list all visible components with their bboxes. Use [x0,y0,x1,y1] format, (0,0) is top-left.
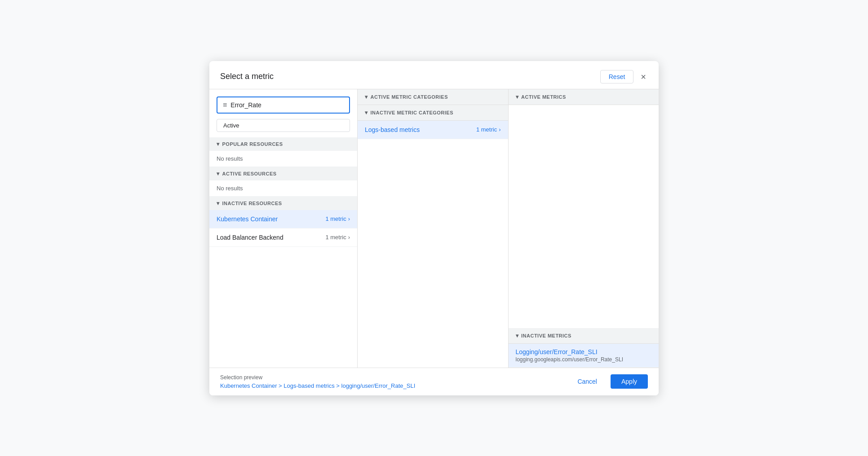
search-input[interactable] [230,101,344,109]
search-input-container: ≡ [217,96,350,114]
dialog-body: ≡ Active ▾ POPULAR RESOURCES No results … [209,89,659,368]
active-categories-chevron: ▾ [365,94,368,100]
popular-resources-chevron: ▾ [217,141,220,147]
inactive-metrics-label: INACTIVE METRICS [521,333,571,338]
logs-based-metrics-name: Logs-based metrics [365,126,420,133]
active-resources-label: ACTIVE RESOURCES [222,171,277,176]
dialog-footer: Selection preview Kubernetes Container >… [209,368,659,395]
kubernetes-container-count: 1 metric › [325,215,350,222]
active-metrics-area [509,105,659,328]
error-rate-sli-metric-name: Logging/user/Error_Rate_SLI [516,348,652,355]
active-resources-header: ▾ ACTIVE RESOURCES [209,167,357,180]
cancel-button[interactable]: Cancel [569,374,605,389]
reset-button[interactable]: Reset [600,70,634,83]
logs-based-metrics-chevron: › [499,126,500,133]
load-balancer-name: Load Balancer Backend [217,234,283,241]
popular-resources-header: ▾ POPULAR RESOURCES [209,137,357,151]
active-metrics-chevron: ▾ [516,94,519,100]
middle-panel: ▾ ACTIVE METRIC CATEGORIES ▾ INACTIVE ME… [358,89,509,368]
load-balancer-backend-item[interactable]: Load Balancer Backend 1 metric › [209,228,357,247]
popular-resources-no-results: No results [209,151,357,167]
active-resources-no-results: No results [209,180,357,197]
active-metric-categories-header: ▾ ACTIVE METRIC CATEGORIES [358,89,508,105]
selection-preview-label: Selection preview [220,374,415,381]
inactive-categories-chevron: ▾ [365,110,368,116]
error-rate-sli-metric-item[interactable]: Logging/user/Error_Rate_SLI logging.goog… [509,344,659,368]
inactive-resources-header: ▾ INACTIVE RESOURCES [209,197,357,210]
popular-resources-content: No results [209,151,357,167]
active-categories-label: ACTIVE METRIC CATEGORIES [371,94,448,100]
middle-spacer [358,139,508,368]
close-button[interactable]: × [639,70,648,83]
filter-icon: ≡ [223,101,227,109]
selection-preview: Selection preview Kubernetes Container >… [220,374,415,389]
selection-preview-value: Kubernetes Container > Logs-based metric… [220,382,415,389]
active-resources-chevron: ▾ [217,171,220,177]
active-metrics-label: ACTIVE METRICS [521,94,566,100]
inactive-resources-label: INACTIVE RESOURCES [222,201,282,206]
logs-based-metrics-count: 1 metric › [476,126,501,133]
header-actions: Reset × [600,70,648,83]
active-filter-button[interactable]: Active [217,119,350,132]
kubernetes-chevron-icon: › [348,215,350,222]
right-panel: ▾ ACTIVE METRICS ▾ INACTIVE METRICS Logg… [509,89,659,368]
inactive-categories-label: INACTIVE METRIC CATEGORIES [371,110,454,115]
select-metric-dialog: Select a metric Reset × ≡ Active ▾ POPUL… [209,61,659,395]
dialog-title: Select a metric [220,72,274,81]
dialog-header: Select a metric Reset × [209,61,659,89]
inactive-metrics-chevron: ▾ [516,333,519,339]
apply-button[interactable]: Apply [611,374,648,389]
inactive-metrics-header: ▾ INACTIVE METRICS [509,328,659,344]
kubernetes-container-name: Kubernetes Container [217,215,278,223]
footer-buttons: Cancel Apply [569,374,648,389]
inactive-metric-categories-header: ▾ INACTIVE METRIC CATEGORIES [358,105,508,121]
load-balancer-chevron-icon: › [348,234,350,241]
logs-based-metrics-item[interactable]: Logs-based metrics 1 metric › [358,121,508,139]
left-panel: ≡ Active ▾ POPULAR RESOURCES No results … [209,89,358,368]
search-wrapper: ≡ [209,96,357,119]
active-metrics-header: ▾ ACTIVE METRICS [509,89,659,105]
load-balancer-count: 1 metric › [325,234,350,241]
inactive-resources-chevron: ▾ [217,200,220,206]
popular-resources-label: POPULAR RESOURCES [222,141,283,147]
inactive-resources-content: Kubernetes Container 1 metric › Load Bal… [209,210,357,247]
kubernetes-container-item[interactable]: Kubernetes Container 1 metric › [209,210,357,228]
active-resources-content: No results [209,180,357,197]
error-rate-sli-metric-path: logging.googleapis.com/user/Error_Rate_S… [516,356,652,363]
